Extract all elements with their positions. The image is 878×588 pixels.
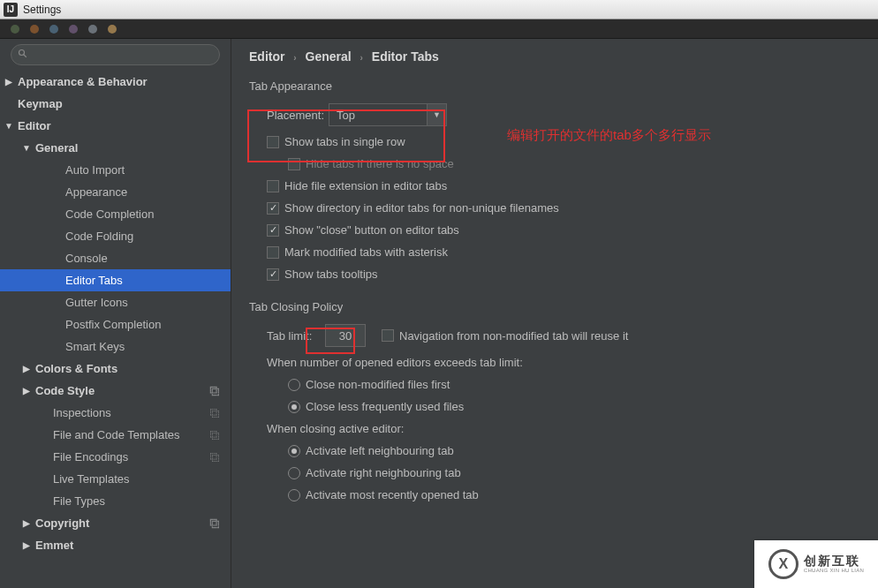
placement-select[interactable]: Top ▼ bbox=[329, 103, 447, 126]
content-panel: Editor › General › Editor Tabs Tab Appea… bbox=[231, 39, 878, 588]
titlebar: IJ Settings bbox=[0, 0, 878, 19]
label-show-close: Show "close" button on editor tabs bbox=[284, 223, 459, 237]
tree-gutter-icons[interactable]: Gutter Icons bbox=[0, 291, 231, 313]
radio-act-recent[interactable] bbox=[288, 489, 300, 501]
svg-line-1 bbox=[24, 55, 26, 57]
label-act-right: Activate right neighbouring tab bbox=[306, 466, 461, 479]
tree-postfix-completion[interactable]: Postfix Completion bbox=[0, 313, 231, 335]
sidebar: ▶Appearance & Behavior Keymap ▼Editor ▼G… bbox=[0, 39, 231, 588]
tree-emmet[interactable]: ▶Emmet bbox=[0, 534, 231, 556]
radio-close-lfu[interactable] bbox=[288, 401, 300, 413]
scrollbar[interactable] bbox=[869, 39, 878, 588]
checkbox-tooltips[interactable] bbox=[267, 268, 279, 281]
logo-icon: X bbox=[768, 549, 799, 579]
label-close-nonmod: Close non-modified files first bbox=[306, 378, 450, 391]
tree-file-types[interactable]: File Types bbox=[0, 490, 231, 512]
radio-act-left[interactable] bbox=[288, 445, 300, 457]
tree-live-templates[interactable]: Live Templates bbox=[0, 468, 231, 490]
project-icon: ⿻ bbox=[210, 408, 220, 418]
tree-editor[interactable]: ▼Editor bbox=[0, 115, 231, 137]
tree-general[interactable]: ▼General bbox=[0, 137, 231, 159]
chevron-right-icon: › bbox=[293, 53, 296, 63]
section-tab-closing: Tab Closing Policy bbox=[249, 300, 860, 313]
breadcrumb: Editor › General › Editor Tabs bbox=[249, 49, 860, 64]
logo-watermark: X 创新互联 CHUANG XIN HU LIAN bbox=[754, 540, 878, 588]
search-input[interactable] bbox=[11, 44, 220, 65]
dropdown-icon: ▼ bbox=[427, 104, 446, 125]
label-close-lfu: Close less frequently used files bbox=[306, 400, 464, 413]
checkbox-reuse[interactable] bbox=[382, 329, 394, 342]
tree-code-style[interactable]: ▶Code Style⿻ bbox=[0, 380, 231, 402]
collapse-icon: ▼ bbox=[0, 121, 18, 131]
breadcrumb-general[interactable]: General bbox=[306, 49, 352, 64]
chevron-right-icon: › bbox=[360, 53, 363, 63]
tree-file-code-templates[interactable]: File and Code Templates⿻ bbox=[0, 424, 231, 446]
when-closing-label: When closing active editor: bbox=[267, 422, 404, 435]
checkbox-single-row[interactable] bbox=[267, 136, 279, 148]
app-icon: IJ bbox=[4, 3, 18, 17]
expand-icon: ▶ bbox=[18, 386, 35, 396]
tree-file-encodings[interactable]: File Encodings⿻ bbox=[0, 446, 231, 468]
checkbox-hide-ext[interactable] bbox=[267, 180, 279, 192]
tree-copyright[interactable]: ▶Copyright⿻ bbox=[0, 512, 231, 534]
label-mark-asterisk: Mark modified tabs with asterisk bbox=[284, 245, 448, 259]
project-icon: ⿻ bbox=[210, 518, 220, 529]
tree-smart-keys[interactable]: Smart Keys bbox=[0, 335, 231, 358]
tree-auto-import[interactable]: Auto Import bbox=[0, 159, 231, 181]
label-act-recent: Activate most recently opened tab bbox=[306, 488, 479, 501]
section-tab-appearance: Tab Appearance bbox=[249, 79, 860, 93]
tab-limit-label: Tab limit: bbox=[267, 329, 325, 343]
label-reuse: Navigation from non-modified tab will re… bbox=[399, 329, 628, 343]
tree-appearance[interactable]: Appearance bbox=[0, 181, 231, 203]
tree-colors-fonts[interactable]: ▶Colors & Fonts bbox=[0, 358, 231, 380]
checkbox-show-dir[interactable] bbox=[267, 202, 279, 215]
placement-value: Top bbox=[329, 104, 427, 125]
collapse-icon: ▼ bbox=[18, 143, 35, 153]
annotation-text: 编辑打开的文件的tab多个多行显示 bbox=[507, 127, 711, 144]
window-title: Settings bbox=[23, 4, 61, 16]
project-icon: ⿻ bbox=[210, 430, 220, 441]
search-icon bbox=[18, 49, 28, 59]
expand-icon: ▶ bbox=[18, 540, 35, 550]
label-act-left: Activate left neighbouring tab bbox=[306, 444, 454, 457]
checkbox-mark-asterisk[interactable] bbox=[267, 246, 279, 259]
tree-keymap[interactable]: Keymap bbox=[0, 93, 231, 115]
tree-editor-tabs[interactable]: Editor Tabs bbox=[0, 269, 231, 291]
expand-icon: ▶ bbox=[0, 77, 18, 87]
tree-appearance-behavior[interactable]: ▶Appearance & Behavior bbox=[0, 71, 231, 93]
checkbox-show-close[interactable] bbox=[267, 224, 279, 237]
tab-limit-input[interactable] bbox=[325, 324, 366, 347]
tree-inspections[interactable]: Inspections⿻ bbox=[0, 402, 231, 424]
radio-close-nonmod[interactable] bbox=[288, 379, 300, 391]
project-icon: ⿻ bbox=[210, 452, 220, 463]
taskbar-strip bbox=[0, 19, 878, 39]
tree-code-completion[interactable]: Code Completion bbox=[0, 203, 231, 225]
breadcrumb-editor[interactable]: Editor bbox=[249, 49, 284, 64]
tree-code-folding[interactable]: Code Folding bbox=[0, 225, 231, 247]
label-single-row: Show tabs in single row bbox=[284, 135, 405, 148]
tree-console[interactable]: Console bbox=[0, 247, 231, 269]
radio-act-right[interactable] bbox=[288, 467, 300, 479]
label-show-dir: Show directory in editor tabs for non-un… bbox=[284, 201, 559, 215]
expand-icon: ▶ bbox=[18, 364, 35, 373]
logo-text: 创新互联 CHUANG XIN HU LIAN bbox=[804, 554, 864, 574]
expand-icon: ▶ bbox=[18, 518, 35, 528]
settings-tree: ▶Appearance & Behavior Keymap ▼Editor ▼G… bbox=[0, 71, 231, 588]
breadcrumb-editor-tabs: Editor Tabs bbox=[372, 49, 439, 64]
exceeds-label: When number of opened editors exceeds ta… bbox=[267, 356, 523, 369]
label-hide-ext: Hide file extension in editor tabs bbox=[284, 179, 447, 192]
checkbox-hide-no-space[interactable] bbox=[288, 158, 300, 170]
label-tooltips: Show tabs tooltips bbox=[284, 268, 378, 281]
placement-label: Placement: bbox=[267, 109, 329, 122]
label-hide-no-space: Hide tabs if there is no space bbox=[306, 157, 454, 170]
svg-point-0 bbox=[19, 50, 25, 56]
project-icon: ⿻ bbox=[210, 386, 220, 396]
